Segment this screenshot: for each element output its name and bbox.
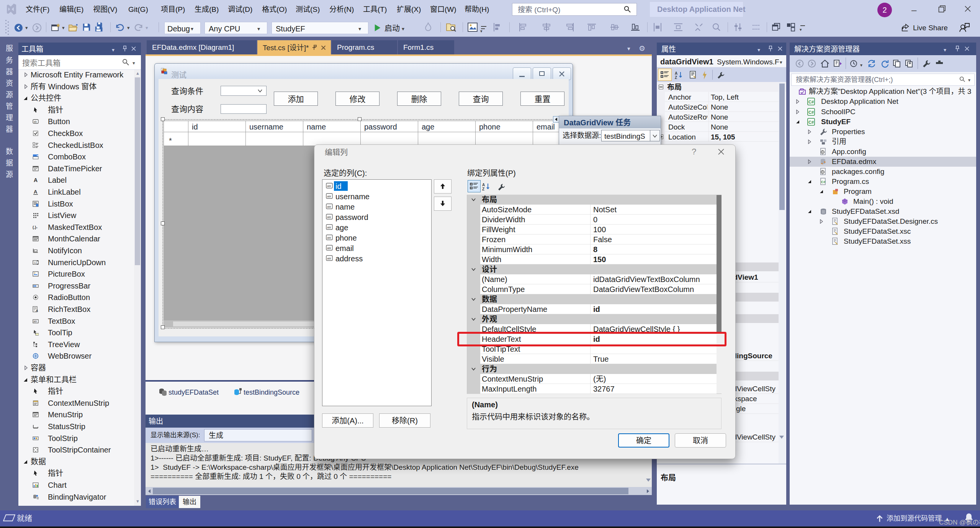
svg-text:ab: ab [34, 120, 37, 123]
svg-text:abl: abl [327, 257, 331, 260]
svg-text:12: 12 [34, 261, 37, 264]
svg-text:A: A [34, 177, 38, 183]
svg-text:A: A [482, 183, 485, 187]
svg-text:C#: C# [808, 100, 814, 104]
svg-text:abl: abl [327, 184, 331, 188]
svg-text:abl: abl [34, 320, 37, 323]
svg-text:A: A [35, 309, 38, 312]
svg-text:abl: abl [327, 226, 331, 229]
svg-text:abl: abl [327, 205, 331, 208]
svg-text:A: A [34, 189, 38, 195]
svg-text:abl: abl [327, 215, 331, 219]
svg-text:C#: C# [808, 110, 814, 115]
svg-text:abl: abl [327, 246, 331, 250]
svg-text:C#: C# [821, 180, 826, 184]
svg-text:C#: C# [808, 120, 814, 125]
svg-text:abl: abl [327, 236, 331, 239]
svg-text:(.)‑: (.)‑ [33, 225, 38, 230]
svg-text:Z: Z [675, 75, 677, 79]
svg-text:abl: abl [327, 195, 331, 198]
svg-text:Z: Z [482, 187, 484, 191]
svg-text:A: A [675, 71, 677, 75]
